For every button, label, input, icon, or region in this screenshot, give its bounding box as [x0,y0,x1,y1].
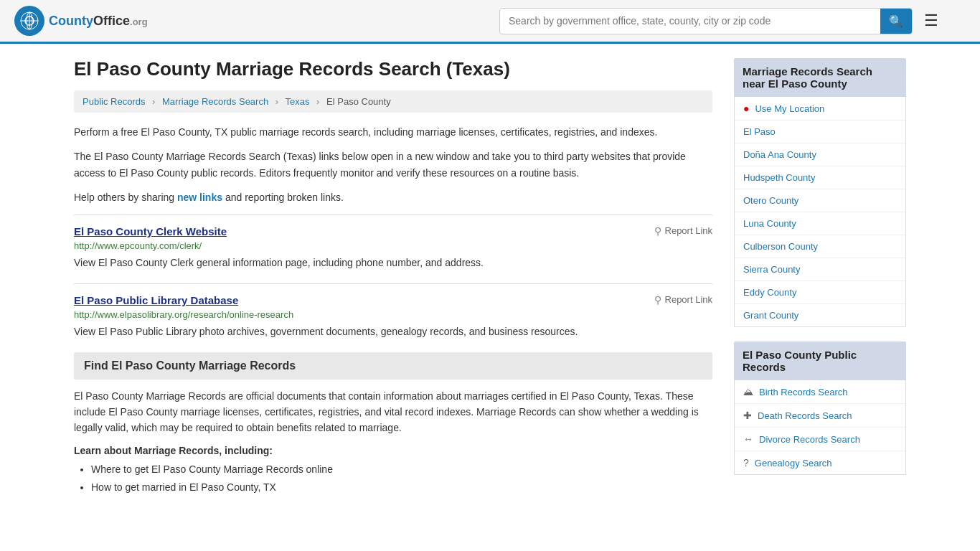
report-link-btn-1[interactable]: ⚲ Report Link [654,225,712,237]
sidebar-item-otero[interactable]: Otero County [735,189,905,212]
sidebar-item-genealogy[interactable]: ? Genealogy Search [735,451,905,474]
sidebar-item-hudspeth[interactable]: Hudspeth County [735,166,905,189]
bullet-item-2: How to get married in El Paso County, TX [91,480,712,495]
record-title-2[interactable]: El Paso Public Library Database [74,294,238,306]
search-box: 🔍 [499,8,913,34]
description-1: Perform a free El Paso County, TX public… [74,124,712,140]
search-input[interactable] [500,9,880,32]
hamburger-icon: ☰ [924,11,938,29]
record-url-1[interactable]: http://www.epcounty.com/clerk/ [74,240,712,251]
record-card-2: El Paso Public Library Database ⚲ Report… [74,283,712,342]
location-pin-icon: ● [743,103,749,114]
sidebar-public-records-list: ⛰ Birth Records Search ✚ Death Records S… [734,380,906,475]
sierra-link[interactable]: Sierra County [743,264,800,275]
new-links-link[interactable]: new links [177,192,222,203]
logo-area: CountyOffice.org [14,6,148,36]
sidebar-item-luna[interactable]: Luna County [735,212,905,235]
sidebar-marriage-list: ● Use My Location El Paso Doña Ana Count… [734,97,906,327]
sidebar-public-records-header: El Paso County Public Records [734,342,906,380]
sidebar-item-sierra[interactable]: Sierra County [735,258,905,281]
sidebar-marriage-section: Marriage Records Search near El Paso Cou… [734,58,906,327]
learn-bullets: Where to get El Paso County Marriage Rec… [91,462,712,495]
find-section-header: Find El Paso County Marriage Records [74,352,712,380]
search-area: 🔍 ☰ [499,8,944,34]
sidebar-item-eddy[interactable]: Eddy County [735,281,905,304]
birth-records-link[interactable]: Birth Records Search [759,387,848,397]
report-icon-2: ⚲ [654,294,661,306]
main-container: El Paso County Marriage Records Search (… [60,44,920,498]
sidebar-item-divorce-records[interactable]: ↔ Divorce Records Search [735,428,905,451]
page-title: El Paso County Marriage Records Search (… [74,58,712,80]
breadcrumb: Public Records › Marriage Records Search… [74,90,712,113]
record-card-1: El Paso County Clerk Website ⚲ Report Li… [74,215,712,273]
sidebar-item-death-records[interactable]: ✚ Death Records Search [735,404,905,428]
dona-ana-link[interactable]: Doña Ana County [743,149,816,160]
record-title-1[interactable]: El Paso County Clerk Website [74,225,227,237]
site-header: CountyOffice.org 🔍 ☰ [0,0,980,44]
divorce-icon: ↔ [743,433,753,445]
menu-button[interactable]: ☰ [918,9,944,33]
use-my-location-link[interactable]: Use My Location [755,103,824,114]
breadcrumb-current: El Paso County [326,96,391,107]
logo-icon [14,6,44,36]
death-icon: ✚ [743,410,752,421]
sidebar-item-el-paso[interactable]: El Paso [735,121,905,143]
report-icon-1: ⚲ [654,225,661,237]
description-2: The El Paso County Marriage Records Sear… [74,149,712,181]
genealogy-icon: ? [743,457,749,468]
culberson-link[interactable]: Culberson County [743,241,818,252]
divorce-records-link[interactable]: Divorce Records Search [759,434,860,445]
luna-link[interactable]: Luna County [743,218,796,229]
search-icon: 🔍 [889,15,903,27]
sidebar-item-culberson[interactable]: Culberson County [735,235,905,258]
birth-icon: ⛰ [743,386,753,397]
sidebar-item-grant[interactable]: Grant County [735,304,905,326]
breadcrumb-texas[interactable]: Texas [286,96,310,107]
sidebar-public-records-section: El Paso County Public Records ⛰ Birth Re… [734,342,906,475]
breadcrumb-marriage-records[interactable]: Marriage Records Search [162,96,268,107]
grant-link[interactable]: Grant County [743,310,798,321]
bullet-item-1: Where to get El Paso County Marriage Rec… [91,462,712,477]
el-paso-link[interactable]: El Paso [743,126,776,137]
eddy-link[interactable]: Eddy County [743,287,796,298]
find-section-description: El Paso County Marriage Records are offi… [74,388,712,436]
record-desc-2: View El Paso Public Library photo archiv… [74,324,712,339]
report-link-btn-2[interactable]: ⚲ Report Link [654,294,712,306]
sidebar-item-birth-records[interactable]: ⛰ Birth Records Search [735,380,905,404]
search-button[interactable]: 🔍 [880,9,912,34]
main-content: El Paso County Marriage Records Search (… [74,58,712,498]
record-url-2[interactable]: http://www.elpasolibrary.org/research/on… [74,309,712,320]
sidebar-marriage-header: Marriage Records Search near El Paso Cou… [734,58,906,97]
learn-title: Learn about Marriage Records, including: [74,445,712,456]
otero-link[interactable]: Otero County [743,195,798,206]
hudspeth-link[interactable]: Hudspeth County [743,172,815,183]
breadcrumb-public-records[interactable]: Public Records [83,96,145,107]
logo-text: CountyOffice.org [49,14,148,29]
record-desc-1: View El Paso County Clerk general inform… [74,255,712,270]
description-3: Help others by sharing new links and rep… [74,189,712,205]
sidebar-item-use-my-location[interactable]: ● Use My Location [735,97,905,121]
death-records-link[interactable]: Death Records Search [758,410,852,421]
sidebar: Marriage Records Search near El Paso Cou… [734,58,906,498]
sidebar-item-dona-ana[interactable]: Doña Ana County [735,143,905,166]
genealogy-link[interactable]: Genealogy Search [755,458,832,468]
